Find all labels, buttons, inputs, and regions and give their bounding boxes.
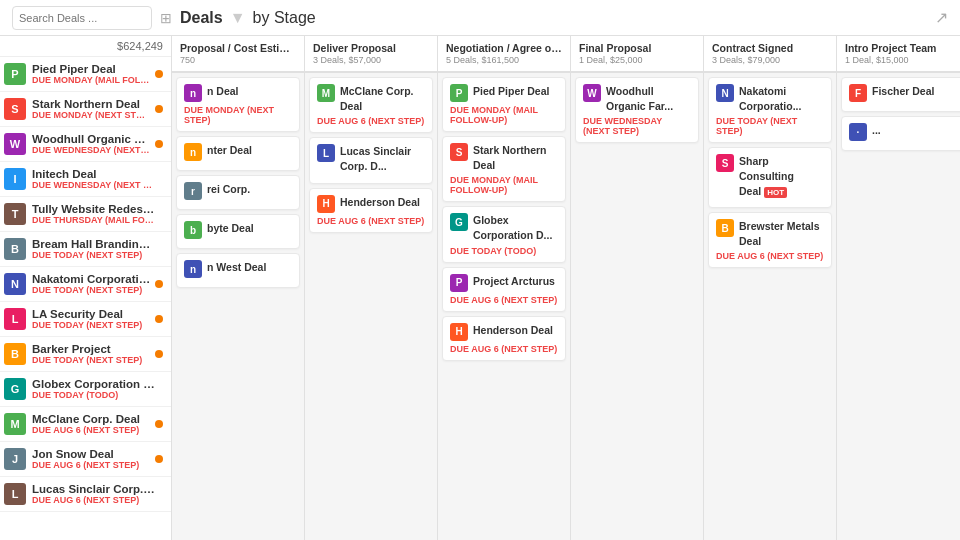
card-avatar: L: [317, 144, 335, 162]
export-icon[interactable]: ↗: [935, 8, 948, 27]
deal-card[interactable]: N Nakatomi Corporatio... DUE TODAY (NEXT…: [708, 77, 832, 143]
card-header: S Sharp Consulting DealHOT: [716, 154, 824, 198]
header: ⊞ Deals ▼ by Stage ↗: [0, 0, 960, 36]
avatar: L: [4, 483, 26, 505]
deal-card[interactable]: n nter Deal: [176, 136, 300, 171]
deal-card[interactable]: P Project Arcturus DUE AUG 6 (NEXT STEP): [442, 267, 566, 312]
filter-icon[interactable]: ⊞: [160, 10, 172, 26]
avatar: S: [4, 98, 26, 120]
deal-card[interactable]: G Globex Corporation D... DUE TODAY (TOD…: [442, 206, 566, 262]
deal-card[interactable]: P Pied Piper Deal DUE MONDAY (MAIL FOLLO…: [442, 77, 566, 132]
sidebar-item-name: LA Security Deal: [32, 308, 151, 320]
sidebar-item-info: McClane Corp. Deal DUE AUG 6 (NEXT STEP): [32, 413, 151, 435]
card-name-wrap: Globex Corporation D...: [473, 213, 558, 242]
sidebar-item-name: Woodhull Organic Farm: [32, 133, 151, 145]
card-name: Fischer Deal: [872, 85, 934, 97]
sidebar-item[interactable]: S Stark Northern Deal DUE MONDAY (NEXT S…: [0, 92, 171, 127]
deal-card[interactable]: S Sharp Consulting DealHOT: [708, 147, 832, 208]
column-cards: N Nakatomi Corporatio... DUE TODAY (NEXT…: [704, 73, 836, 540]
deal-card[interactable]: S Stark Northern Deal DUE MONDAY (MAIL F…: [442, 136, 566, 202]
avatar: L: [4, 308, 26, 330]
deal-card[interactable]: H Henderson Deal DUE AUG 6 (NEXT STEP): [442, 316, 566, 361]
sidebar-item[interactable]: P Pied Piper Deal DUE MONDAY (MAIL FOLLO…: [0, 57, 171, 92]
sidebar-item[interactable]: N Nakatomi Corporation ... DUE TODAY (NE…: [0, 267, 171, 302]
card-name: McClane Corp. Deal: [340, 85, 414, 112]
card-header: G Globex Corporation D...: [450, 213, 558, 242]
sidebar-item-info: Tully Website Redesign DUE THURSDAY (MAI…: [32, 203, 155, 225]
search-input[interactable]: [12, 6, 152, 30]
sidebar-item-info: Stark Northern Deal DUE MONDAY (NEXT STE…: [32, 98, 151, 120]
sidebar-dot: [155, 70, 163, 78]
sidebar-item[interactable]: T Tully Website Redesign DUE THURSDAY (M…: [0, 197, 171, 232]
avatar: W: [4, 133, 26, 155]
deal-card[interactable]: L Lucas Sinclair Corp. D...: [309, 137, 433, 183]
kanban-column: Contract Signed 3 Deals, $79,000 N Nakat…: [704, 36, 837, 540]
card-avatar: ·: [849, 123, 867, 141]
card-name-wrap: Fischer Deal: [872, 84, 934, 99]
sidebar-item-name: Initech Deal: [32, 168, 155, 180]
sidebar-item[interactable]: B Bream Hall Branding D... DUE TODAY (NE…: [0, 232, 171, 267]
sidebar-item-info: Bream Hall Branding D... DUE TODAY (NEXT…: [32, 238, 155, 260]
deal-card[interactable]: F Fischer Deal: [841, 77, 960, 112]
avatar: M: [4, 413, 26, 435]
card-name: Henderson Deal: [473, 324, 553, 336]
sidebar-item[interactable]: B Barker Project DUE TODAY (NEXT STEP): [0, 337, 171, 372]
column-cards: M McClane Corp. Deal DUE AUG 6 (NEXT STE…: [305, 73, 437, 540]
sidebar: $624,249 P Pied Piper Deal DUE MONDAY (M…: [0, 36, 172, 540]
column-title: Negotiation / Agree on Pr...: [446, 42, 562, 54]
card-name-wrap: Nakatomi Corporatio...: [739, 84, 824, 113]
deal-card[interactable]: n n Deal DUE MONDAY (NEXT STEP): [176, 77, 300, 132]
sidebar-item[interactable]: G Globex Corporation Deal DUE TODAY (TOD…: [0, 372, 171, 407]
sidebar-item-due: DUE MONDAY (NEXT STEP): [32, 110, 151, 120]
card-avatar: F: [849, 84, 867, 102]
sidebar-item-name: Globex Corporation Deal: [32, 378, 155, 390]
deal-card[interactable]: b byte Deal: [176, 214, 300, 249]
card-due: DUE WEDNESDAY (NEXT STEP): [583, 116, 691, 136]
sidebar-item-name: Bream Hall Branding D...: [32, 238, 155, 250]
card-header: L Lucas Sinclair Corp. D...: [317, 144, 425, 173]
deal-card[interactable]: W Woodhull Organic Far... DUE WEDNESDAY …: [575, 77, 699, 143]
sidebar-item-due: DUE MONDAY (MAIL FOLLOW-UP): [32, 75, 151, 85]
deal-card[interactable]: B Brewster Metals Deal DUE AUG 6 (NEXT S…: [708, 212, 832, 268]
card-name-wrap: n West Deal: [207, 260, 266, 275]
card-avatar: n: [184, 260, 202, 278]
card-name: n West Deal: [207, 261, 266, 273]
column-title: Contract Signed: [712, 42, 828, 54]
card-name: Woodhull Organic Far...: [606, 85, 673, 112]
sidebar-dot: [155, 105, 163, 113]
columns-container: Proposal / Cost Estim... 750 n n Deal DU…: [172, 36, 960, 540]
avatar: G: [4, 378, 26, 400]
deal-card[interactable]: n n West Deal: [176, 253, 300, 288]
card-avatar: b: [184, 221, 202, 239]
card-avatar: H: [450, 323, 468, 341]
sidebar-dot: [155, 315, 163, 323]
sidebar-item[interactable]: I Initech Deal DUE WEDNESDAY (NEXT STEP): [0, 162, 171, 197]
card-name: Nakatomi Corporatio...: [739, 85, 801, 112]
card-due: DUE AUG 6 (NEXT STEP): [450, 295, 558, 305]
sidebar-total: $624,249: [0, 36, 171, 57]
sidebar-item[interactable]: M McClane Corp. Deal DUE AUG 6 (NEXT STE…: [0, 407, 171, 442]
card-name-wrap: Stark Northern Deal: [473, 143, 558, 172]
deal-card[interactable]: M McClane Corp. Deal DUE AUG 6 (NEXT STE…: [309, 77, 433, 133]
column-header: Final Proposal 1 Deal, $25,000: [571, 36, 703, 73]
card-header: H Henderson Deal: [317, 195, 425, 213]
sidebar-item-info: Initech Deal DUE WEDNESDAY (NEXT STEP): [32, 168, 155, 190]
sidebar-item[interactable]: L Lucas Sinclair Corp. Deal DUE AUG 6 (N…: [0, 477, 171, 512]
sidebar-item-info: Lucas Sinclair Corp. Deal DUE AUG 6 (NEX…: [32, 483, 155, 505]
deal-card[interactable]: · ...: [841, 116, 960, 151]
card-name-wrap: Lucas Sinclair Corp. D...: [340, 144, 425, 173]
card-due: DUE MONDAY (NEXT STEP): [184, 105, 292, 125]
sidebar-item[interactable]: W Woodhull Organic Farm DUE WEDNESDAY (N…: [0, 127, 171, 162]
sidebar-list: P Pied Piper Deal DUE MONDAY (MAIL FOLLO…: [0, 57, 171, 512]
column-meta: 3 Deals, $57,000: [313, 55, 429, 65]
card-name: Henderson Deal: [340, 196, 420, 208]
sidebar-item[interactable]: J Jon Snow Deal DUE AUG 6 (NEXT STEP): [0, 442, 171, 477]
sidebar-item[interactable]: L LA Security Deal DUE TODAY (NEXT STEP): [0, 302, 171, 337]
subtitle-text: by Stage: [253, 9, 316, 27]
deal-card[interactable]: r rei Corp.: [176, 175, 300, 210]
deal-card[interactable]: H Henderson Deal DUE AUG 6 (NEXT STEP): [309, 188, 433, 233]
card-avatar: M: [317, 84, 335, 102]
column-header: Negotiation / Agree on Pr... 5 Deals, $1…: [438, 36, 570, 73]
card-name-wrap: ...: [872, 123, 881, 138]
card-avatar: P: [450, 274, 468, 292]
